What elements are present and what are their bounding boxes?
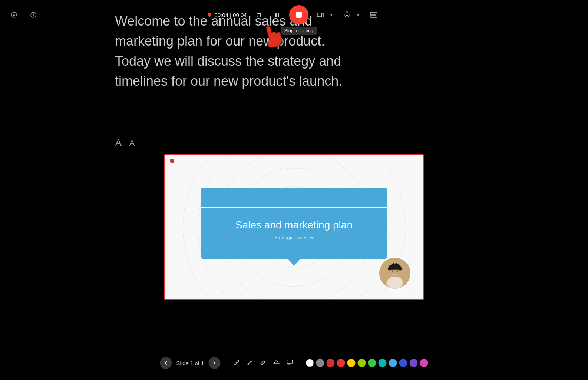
svg-point-26 — [392, 270, 393, 272]
pen-tool-button[interactable] — [232, 357, 241, 369]
svg-point-27 — [396, 270, 398, 272]
next-slide-button[interactable] — [209, 357, 221, 369]
mic-dropdown-button[interactable]: ▼ — [354, 8, 362, 22]
color-red-dark[interactable] — [327, 359, 335, 367]
mic-button-group: ▼ — [340, 8, 362, 22]
svg-rect-9 — [317, 13, 322, 17]
svg-rect-8 — [278, 13, 279, 17]
timer-text: 00:04 | 00:04 — [214, 12, 247, 18]
highlighter-button[interactable] — [245, 357, 255, 369]
presenter-avatar — [378, 257, 412, 290]
close-button[interactable] — [7, 8, 21, 22]
slide-label: Slide 1 of 1 — [176, 360, 204, 366]
timer-display: 00:04 | 00:04 — [208, 12, 247, 18]
svg-point-25 — [398, 267, 402, 270]
slide-container: Sales and marketing plan Strategic overv… — [164, 154, 424, 300]
record-indicator — [208, 13, 211, 17]
slide-callout-triangle — [287, 258, 301, 266]
drawing-tools — [232, 357, 295, 369]
shapes-button[interactable] — [272, 357, 281, 369]
color-teal[interactable] — [379, 359, 387, 367]
toolbar-left-controls — [7, 8, 40, 22]
stop-recording-button[interactable] — [289, 5, 308, 24]
bottom-bar: Slide 1 of 1 — [160, 357, 428, 369]
svg-point-5 — [33, 13, 34, 14]
slide-navigation: Slide 1 of 1 — [160, 357, 220, 369]
eraser-button[interactable] — [258, 357, 268, 369]
slide-main-block: Sales and marketing plan Strategic overv… — [201, 208, 387, 259]
avatar-image — [379, 258, 410, 289]
svg-rect-12 — [370, 12, 377, 17]
camera-dropdown-button[interactable]: ▼ — [328, 8, 335, 22]
color-blue-light[interactable] — [389, 359, 397, 367]
color-pink[interactable] — [420, 359, 428, 367]
info-button[interactable] — [27, 8, 40, 22]
svg-rect-31 — [287, 360, 293, 364]
color-red[interactable] — [337, 359, 345, 367]
microphone-button[interactable] — [340, 8, 354, 22]
prev-slide-button[interactable] — [160, 357, 172, 369]
font-size-controls: A A — [115, 137, 135, 149]
color-green[interactable] — [368, 359, 376, 367]
svg-rect-7 — [275, 13, 277, 17]
pause-button[interactable] — [271, 8, 284, 22]
slide-header-bar — [201, 188, 387, 207]
slide-record-dot — [170, 159, 174, 163]
color-white[interactable] — [306, 359, 314, 367]
toolbar-center-controls: 00:04 | 00:04 Stop recording — [208, 5, 380, 24]
slide-subtitle: Strategic overview — [209, 235, 379, 240]
svg-rect-10 — [346, 12, 348, 16]
color-yellow-green[interactable] — [358, 359, 366, 367]
increase-font-button[interactable]: A — [115, 137, 122, 149]
slide-title: Sales and marketing plan — [209, 219, 379, 231]
camera-button-group: ▼ — [314, 8, 335, 22]
decrease-font-button[interactable]: A — [129, 138, 135, 148]
delete-button[interactable] — [252, 8, 265, 22]
stop-icon — [296, 12, 302, 18]
camera-button[interactable] — [314, 8, 327, 22]
captions-button[interactable] — [367, 8, 380, 22]
svg-point-18 — [387, 276, 402, 289]
slide-content: Sales and marketing plan Strategic overv… — [201, 188, 387, 267]
color-purple[interactable] — [410, 359, 418, 367]
color-palette — [306, 359, 428, 367]
comment-button[interactable] — [285, 357, 295, 369]
stop-recording-container: Stop recording — [289, 5, 308, 24]
toolbar: 00:04 | 00:04 Stop recording — [0, 0, 588, 30]
color-yellow[interactable] — [347, 359, 356, 367]
color-blue[interactable] — [399, 359, 407, 367]
color-gray[interactable] — [316, 359, 324, 367]
